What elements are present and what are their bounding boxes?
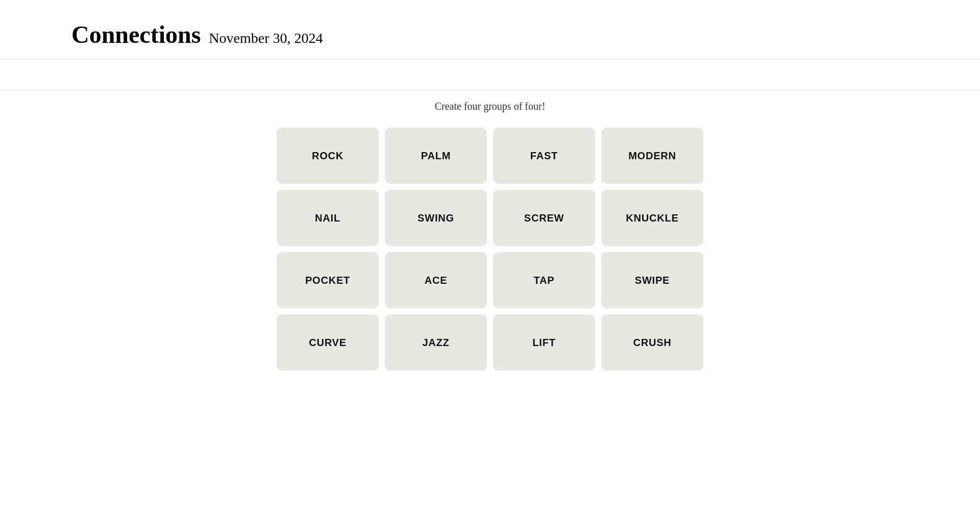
game-area: Create four groups of four! ROCKPALMFAST… bbox=[0, 90, 980, 371]
page-title: Connections bbox=[71, 20, 201, 48]
card-lift[interactable]: LIFT bbox=[493, 314, 595, 371]
card-nail[interactable]: NAIL bbox=[277, 190, 379, 246]
card-palm[interactable]: PALM bbox=[385, 128, 487, 184]
card-curve[interactable]: CURVE bbox=[277, 314, 379, 371]
card-label-pocket: POCKET bbox=[305, 275, 350, 286]
spacer bbox=[0, 59, 980, 90]
card-label-crush: CRUSH bbox=[633, 337, 671, 349]
card-label-swipe: SWIPE bbox=[635, 275, 670, 286]
card-label-fast: FAST bbox=[530, 150, 558, 162]
card-rock[interactable]: ROCK bbox=[277, 128, 379, 184]
card-modern[interactable]: MODERN bbox=[601, 128, 703, 184]
card-ace[interactable]: ACE bbox=[385, 252, 487, 308]
card-crush[interactable]: CRUSH bbox=[601, 314, 703, 371]
card-label-tap: TAP bbox=[534, 275, 555, 286]
page-date: November 30, 2024 bbox=[209, 30, 323, 46]
card-label-ace: ACE bbox=[425, 275, 448, 286]
card-label-nail: NAIL bbox=[315, 212, 340, 224]
card-screw[interactable]: SCREW bbox=[493, 190, 595, 246]
card-swing[interactable]: SWING bbox=[385, 190, 487, 246]
card-tap[interactable]: TAP bbox=[493, 252, 595, 308]
card-label-palm: PALM bbox=[421, 150, 451, 162]
card-label-modern: MODERN bbox=[628, 150, 676, 162]
card-jazz[interactable]: JAZZ bbox=[385, 314, 487, 371]
card-label-jazz: JAZZ bbox=[422, 337, 449, 349]
card-label-screw: SCREW bbox=[524, 212, 564, 224]
card-label-curve: CURVE bbox=[309, 337, 347, 349]
card-label-swing: SWING bbox=[418, 212, 454, 224]
card-pocket[interactable]: POCKET bbox=[277, 252, 379, 308]
card-fast[interactable]: FAST bbox=[493, 128, 595, 184]
card-swipe[interactable]: SWIPE bbox=[601, 252, 703, 308]
card-label-rock: ROCK bbox=[312, 150, 344, 162]
word-grid: ROCKPALMFASTMODERNNAILSWINGSCREWKNUCKLEP… bbox=[277, 128, 703, 371]
card-knuckle[interactable]: KNUCKLE bbox=[601, 190, 703, 246]
page-header: Connections November 30, 2024 bbox=[0, 0, 980, 59]
card-label-knuckle: KNUCKLE bbox=[626, 212, 678, 224]
card-label-lift: LIFT bbox=[532, 337, 555, 349]
game-subtitle: Create four groups of four! bbox=[435, 101, 546, 112]
